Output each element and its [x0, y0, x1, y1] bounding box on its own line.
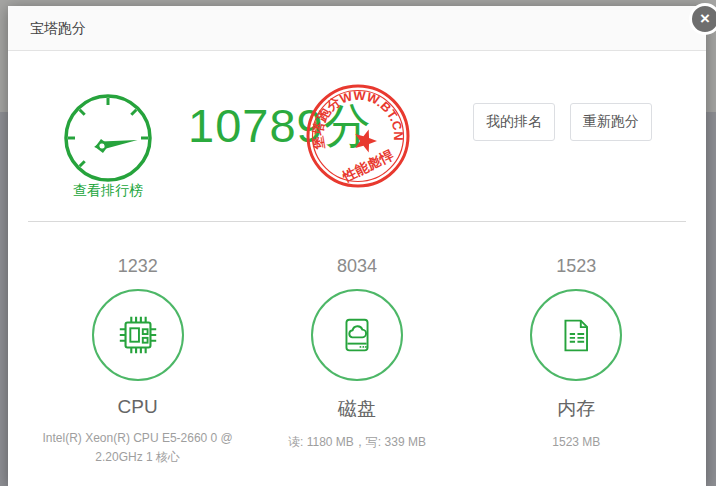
- my-rank-button[interactable]: 我的排名: [473, 103, 555, 141]
- memory-document-icon: [553, 312, 599, 358]
- dialog-title: 宝塔跑分: [30, 20, 86, 36]
- memory-score: 1523: [467, 256, 686, 277]
- memory-label: 内存: [467, 396, 686, 422]
- cpu-label: CPU: [28, 396, 247, 418]
- disk-description: 读: 1180 MB，写: 339 MB: [249, 433, 465, 452]
- gauge-icon[interactable]: [56, 86, 160, 190]
- memory-description: 1523 MB: [468, 433, 684, 452]
- disk-score: 8034: [247, 256, 466, 277]
- cpu-circle: [92, 289, 184, 381]
- benchmark-dialog: 宝塔跑分 查看排行榜: [8, 6, 706, 486]
- bt-seal-stamp-icon: 堡塔跑分WWW.BT.CN 性能彪悍: [304, 82, 412, 190]
- memory-stat-column: 1523 内存 1523 MB: [467, 256, 686, 466]
- disk-circle: [311, 289, 403, 381]
- cpu-score: 1232: [28, 256, 247, 277]
- cpu-chip-icon: [115, 312, 161, 358]
- memory-circle: [530, 289, 622, 381]
- cpu-description: Intel(R) Xeon(R) CPU E5-2660 0 @ 2.20GHz…: [30, 429, 246, 466]
- disk-label: 磁盘: [247, 396, 466, 422]
- screen: 宝塔跑分 查看排行榜: [0, 0, 716, 486]
- disk-drive-icon: [334, 312, 380, 358]
- close-icon[interactable]: ×: [689, 3, 716, 35]
- dialog-titlebar: 宝塔跑分: [8, 6, 706, 51]
- stats-row: 1232 CPU Intel(R) Xeon(R) CPU E5-2660 0 …: [8, 256, 706, 466]
- disk-stat-column: 8034: [247, 256, 466, 466]
- rerun-benchmark-button[interactable]: 重新跑分: [570, 103, 652, 141]
- stamp-slogan: 性能彪悍: [340, 147, 396, 185]
- stamp-star-icon: [351, 126, 379, 154]
- view-leaderboard-link[interactable]: 查看排行榜: [38, 182, 178, 200]
- section-divider: [28, 221, 686, 222]
- cpu-stat-column: 1232 CPU Intel(R) Xeon(R) CPU E5-2660 0 …: [28, 256, 247, 466]
